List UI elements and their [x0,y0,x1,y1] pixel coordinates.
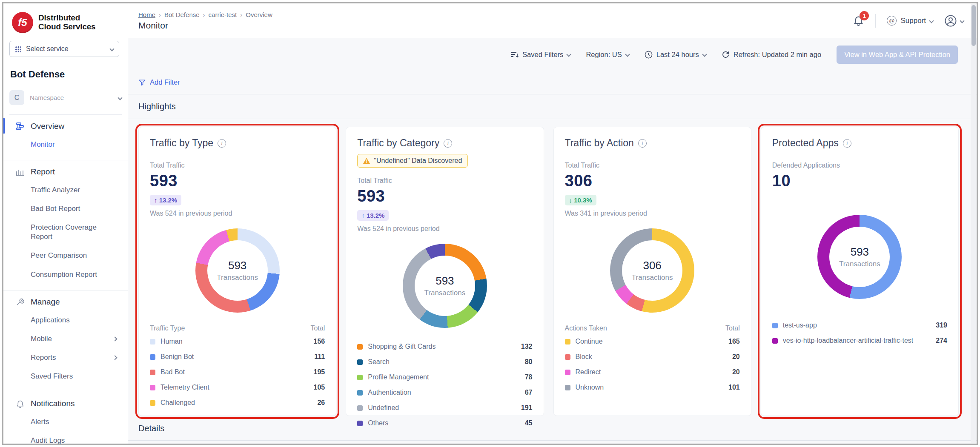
metric-label: Total Traffic [150,162,325,169]
service-selector[interactable]: Select service [9,41,119,57]
legend-row[interactable]: Unknown101 [565,380,740,395]
namespace-selector[interactable]: C Namespace [9,90,122,115]
legend-row[interactable]: Redirect20 [565,364,740,380]
sidebar-item-consumption-report[interactable]: Consumption Report [3,265,128,284]
donut-chart[interactable]: 306 Transactions [610,228,694,313]
legend-row[interactable]: Others45 [357,416,532,431]
sidebar-subitem-label: Traffic Analyzer [31,185,80,195]
support-menu[interactable]: @ Support [887,16,933,26]
bar-chart-icon [15,167,25,177]
chevron-right-icon [112,336,117,341]
info-icon[interactable]: i [638,139,647,148]
time-range-label: Last 24 hours [656,51,699,59]
legend-label: Block [576,353,592,361]
sidebar-subitem-label: Protection Coverage Report [31,223,117,242]
legend-label: Redirect [576,368,601,376]
time-range-dropdown[interactable]: Last 24 hours [645,51,706,59]
card-title: Traffic by Action [565,137,634,149]
legend-row[interactable]: Bad Bot195 [150,364,325,380]
legend-header-label: Traffic Type [150,325,185,332]
donut-center: 593 Transactions [829,227,890,287]
account-menu[interactable] [944,14,964,27]
legend-row[interactable]: Block20 [565,349,740,364]
sidebar-subitem-label: Bad Bot Report [31,204,80,214]
region-dropdown[interactable]: Region: US [586,51,629,59]
delta-badge: ↑ 13.2% [357,210,389,221]
legend-row[interactable]: Search80 [357,354,532,370]
notifications-button[interactable]: 1 [853,15,864,26]
sidebar-item-saved-filters[interactable]: Saved Filters [3,367,128,386]
saved-filters-dropdown[interactable]: Saved Filters [511,51,570,59]
legend-value: 67 [525,389,533,396]
refresh-button[interactable]: Refresh: Updated 2 min ago [722,51,821,59]
sidebar-item-bad-bot-report[interactable]: Bad Bot Report [3,199,128,218]
legend-row[interactable]: Telemetry Client105 [150,380,325,395]
info-icon[interactable]: i [218,139,226,148]
sidebar-subitem-label: Reports [31,353,56,362]
legend-row[interactable]: Continue165 [565,334,740,349]
refresh-label: Refresh: Updated 2 min ago [734,51,821,59]
scrollbar-thumb[interactable] [971,5,976,46]
legend-row[interactable]: Human156 [150,334,325,349]
sidebar-item-applications[interactable]: Applications [3,311,128,330]
breadcrumb-home[interactable]: Home [138,11,155,18]
legend-swatch [357,421,363,426]
breadcrumb-namespace[interactable]: carrie-test [209,11,237,18]
sidebar-item-manage[interactable]: Manage [3,290,128,311]
sidebar-item-audit-logs[interactable]: Audit Logs [3,431,128,444]
legend-value: 20 [732,368,740,376]
sidebar-item-notifications[interactable]: Notifications [3,392,128,413]
info-icon[interactable]: i [444,139,452,148]
breadcrumb-overview[interactable]: Overview [246,11,272,18]
sidebar-item-peer-comparison[interactable]: Peer Comparison [3,246,128,265]
legend-value: 101 [728,384,740,391]
card-protected-apps: Protected Apps i Defended Applications 1… [761,127,959,416]
donut-chart[interactable]: 593 Transactions [817,215,902,299]
undefined-data-warning-badge[interactable]: "Undefined" Data Discovered [357,154,468,168]
breadcrumb-bot-defense[interactable]: Bot Defense [164,11,200,18]
legend-row[interactable]: Undefined191 [357,400,532,416]
legend-row[interactable]: ves-io-http-loadbalancer-artificial-traf… [772,333,947,348]
donut-chart[interactable]: 593 Transactions [403,244,487,328]
sidebar-subitem-label: Audit Logs [31,436,65,444]
info-icon[interactable]: i [843,139,851,148]
breadcrumb-block: Home › Bot Defense › carrie-test › Overv… [138,11,272,31]
legend-row[interactable]: Shopping & Gift Cards132 [357,339,532,354]
sidebar-item-overview[interactable]: Overview [3,115,128,135]
sidebar-item-report[interactable]: Report [3,160,128,181]
sidebar-item-protection-coverage-report[interactable]: Protection Coverage Report [3,218,128,246]
legend-row[interactable]: Authentication67 [357,385,532,400]
sidebar-item-monitor[interactable]: Monitor [3,135,128,154]
sidebar-item-traffic-analyzer[interactable]: Traffic Analyzer [3,181,128,199]
page-title: Monitor [138,20,272,31]
donut-chart[interactable]: 593 Transactions [195,228,280,313]
previous-period-note: Was 341 in previous period [565,210,740,217]
sidebar-item-mobile[interactable]: Mobile [3,330,128,348]
legend-label: Authentication [368,389,411,396]
scrollbar[interactable] [971,4,976,443]
sidebar-item-alerts[interactable]: Alerts [3,413,128,431]
add-filter-button[interactable]: Add Filter [150,78,180,86]
service-selector-label: Select service [26,45,69,53]
legend-swatch [150,339,155,345]
legend-row[interactable]: Benign Bot111 [150,349,325,364]
delta-badge: ↑ 13.2% [150,195,181,205]
legend-row[interactable]: Profile Management78 [357,370,532,385]
refresh-icon [722,51,730,59]
legend-label: Continue [576,338,603,345]
legend-label: Profile Management [368,373,429,381]
chevron-down-icon [702,52,707,57]
brand-logo[interactable]: f5 Distributed Cloud Services [3,3,128,33]
legend-row[interactable]: Challenged26 [150,395,325,410]
metric-value: 306 [565,172,740,190]
previous-period-note: Was 524 in previous period [357,225,532,233]
sidebar-item-reports[interactable]: Reports [3,348,128,367]
legend-row[interactable]: test-us-app319 [772,318,947,333]
legend-header-label: Actions Taken [565,325,607,332]
legend-value: 45 [525,419,533,427]
metric-value: 593 [150,172,325,190]
view-in-waap-button[interactable]: View in Web App & API Protection [837,46,958,64]
metric-value: 10 [772,172,947,190]
legend-value: 111 [314,353,325,361]
donut-center-value: 593 [436,274,454,288]
